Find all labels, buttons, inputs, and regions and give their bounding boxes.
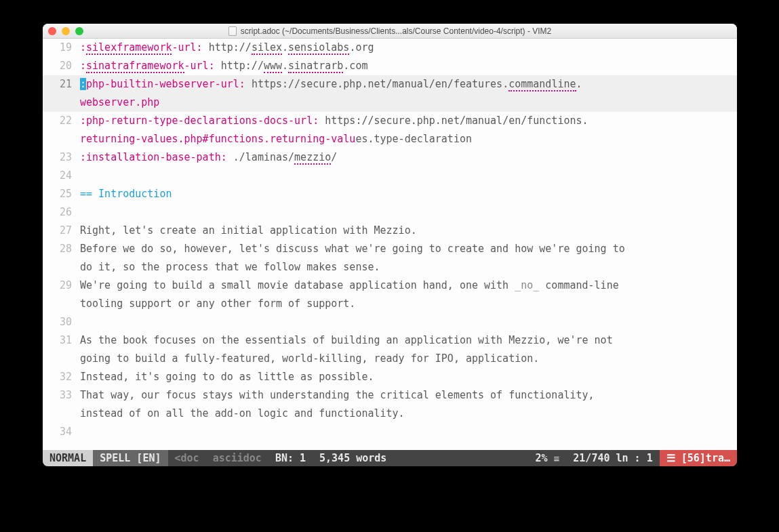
line-number: 26	[43, 203, 80, 222]
code-line[interactable]: 30	[43, 313, 737, 331]
mode-indicator: NORMAL	[43, 450, 93, 466]
line-number: 27	[43, 222, 80, 240]
position-indicator: 21/740 ln : 1	[566, 450, 659, 466]
code-line[interactable]: 25== Introduction	[43, 185, 737, 203]
line-number: 21	[43, 75, 80, 94]
status-bar: NORMAL SPELL [EN] <doc asciidoc BN: 1 5,…	[43, 450, 737, 466]
code-line-continuation[interactable]: tooling support or any other form of sup…	[43, 295, 737, 313]
line-number: 25	[43, 185, 80, 203]
code-line[interactable]: 34	[43, 423, 737, 441]
code-line[interactable]: 28Before we do so, however, let's discus…	[43, 240, 737, 258]
line-number: 33	[43, 386, 80, 405]
code-line-continuation[interactable]: returning-values.php#functions.returning…	[43, 130, 737, 148]
word-count: 5,345 words	[313, 450, 393, 466]
buffer-number: BN: 1	[268, 450, 313, 466]
code-line[interactable]: 31As the book focuses on the essentials …	[43, 331, 737, 350]
code-line[interactable]: 32Instead, it's going to do as little as…	[43, 368, 737, 386]
editor-area[interactable]: 19:silexframework-url: http://silex.sens…	[43, 39, 737, 450]
filetype-indicator: asciidoc	[206, 450, 268, 466]
code-line[interactable]: 33That way, our focus stays with underst…	[43, 386, 737, 405]
code-line-continuation[interactable]: going to build a fully-featured, world-k…	[43, 350, 737, 368]
code-line[interactable]: 23:installation-base-path: ./laminas/mez…	[43, 148, 737, 167]
code-line[interactable]: 19:silexframework-url: http://silex.sens…	[43, 39, 737, 57]
code-line[interactable]: 27Right, let's create an initial applica…	[43, 222, 737, 240]
document-icon	[228, 26, 237, 36]
code-line-continuation[interactable]: do it, so the process that we follow mak…	[43, 258, 737, 277]
line-number: 34	[43, 423, 80, 441]
line-number: 23	[43, 148, 80, 167]
line-number: 30	[43, 313, 80, 331]
code-line[interactable]: 21:php-builtin-webserver-url: https://se…	[43, 75, 737, 94]
line-number: 29	[43, 277, 80, 295]
line-number: 20	[43, 57, 80, 75]
line-number: 19	[43, 39, 80, 57]
line-number: 24	[43, 167, 80, 185]
code-line-continuation[interactable]: instead of on all the add-on logic and f…	[43, 405, 737, 423]
titlebar: script.adoc (~/Documents/Business/Client…	[43, 24, 737, 39]
editor-window: script.adoc (~/Documents/Business/Client…	[43, 24, 737, 466]
spell-indicator: SPELL [EN]	[93, 450, 167, 466]
code-line[interactable]: 29We're going to build a small movie dat…	[43, 277, 737, 295]
line-number: 28	[43, 240, 80, 258]
line-number: 32	[43, 368, 80, 386]
trailing-whitespace-indicator: ☰ [56]tra…	[660, 450, 737, 466]
code-line[interactable]: 20:sinatraframework-url: http://www.sina…	[43, 57, 737, 75]
code-line[interactable]: 26	[43, 203, 737, 222]
code-line-continuation[interactable]: webserver.php	[43, 94, 737, 112]
line-number: 22	[43, 112, 80, 130]
line-number: 31	[43, 331, 80, 350]
title-text: script.adoc (~/Documents/Business/Client…	[241, 26, 552, 36]
code-line[interactable]: 24	[43, 167, 737, 185]
percent-indicator: 2% ≡	[528, 450, 566, 466]
code-line[interactable]: 22:php-return-type-declarations-docs-url…	[43, 112, 737, 130]
window-title: script.adoc (~/Documents/Business/Client…	[43, 26, 737, 36]
branch-indicator: <doc	[168, 450, 206, 466]
